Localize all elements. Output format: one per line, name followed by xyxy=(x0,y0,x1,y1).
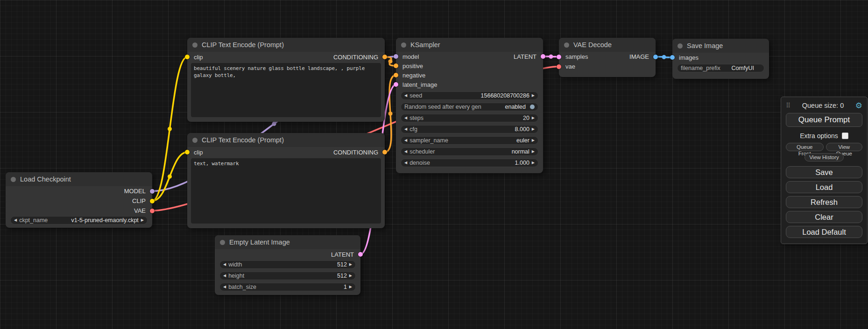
arrow-right-icon[interactable]: ▶ xyxy=(349,274,352,278)
collapse-dot[interactable] xyxy=(220,240,225,245)
output-slot-label: CONDITIONING xyxy=(333,54,378,61)
load-button[interactable]: Load xyxy=(786,181,862,193)
node-load-checkpoint[interactable]: Load Checkpoint MODEL CLIP VAE ◀ ckpt_na… xyxy=(6,172,152,228)
queue-front-button[interactable]: Queue Front xyxy=(786,143,824,151)
batch-size-widget[interactable]: ◀ batch_size 1 ▶ xyxy=(219,283,356,291)
view-queue-button[interactable]: View Queue xyxy=(826,143,863,151)
node-title-bar[interactable]: CLIP Text Encode (Prompt) xyxy=(187,133,385,147)
node-graph-canvas[interactable]: Load Checkpoint MODEL CLIP VAE ◀ ckpt_na… xyxy=(0,0,868,329)
output-slot-clip[interactable] xyxy=(150,199,155,203)
arrow-left-icon[interactable]: ◀ xyxy=(404,116,407,120)
input-slot-label: images xyxy=(679,54,699,61)
input-slot-label: vae xyxy=(565,63,575,70)
widget-label: batch_size xyxy=(228,284,256,290)
height-widget[interactable]: ◀ height 512 ▶ xyxy=(219,272,356,280)
ckpt-name-widget[interactable]: ◀ ckpt_name v1-5-pruned-emaonly.ckpt ▶ xyxy=(10,216,148,224)
queue-prompt-button[interactable]: Queue Prompt xyxy=(786,113,862,127)
node-clip-text-encode-positive[interactable]: CLIP Text Encode (Prompt) clip CONDITION… xyxy=(187,38,385,122)
output-slot-model[interactable] xyxy=(150,189,155,194)
widget-label: filename_prefix xyxy=(681,65,720,71)
arrow-right-icon[interactable]: ▶ xyxy=(532,139,535,142)
scheduler-widget[interactable]: ◀ scheduler normal ▶ xyxy=(401,147,538,156)
input-slot-images[interactable] xyxy=(670,55,675,60)
input-slot-clip[interactable] xyxy=(185,55,190,59)
steps-widget[interactable]: ◀ steps 20 ▶ xyxy=(401,114,538,122)
toggle-dot-icon[interactable] xyxy=(530,105,535,109)
arrow-right-icon[interactable]: ▶ xyxy=(532,116,535,120)
output-slot-latent[interactable] xyxy=(358,252,363,257)
arrow-right-icon[interactable]: ▶ xyxy=(532,127,535,131)
input-slot-vae[interactable] xyxy=(557,64,561,69)
random-seed-toggle-widget[interactable]: Random seed after every gen enabled xyxy=(401,103,538,111)
view-history-button[interactable]: View History xyxy=(804,153,844,161)
denoise-widget[interactable]: ◀ denoise 1.000 ▶ xyxy=(401,159,538,167)
arrow-right-icon[interactable]: ▶ xyxy=(141,218,144,222)
arrow-left-icon[interactable]: ◀ xyxy=(404,150,407,154)
clear-button[interactable]: Clear xyxy=(786,211,862,223)
arrow-right-icon[interactable]: ▶ xyxy=(532,150,535,154)
collapse-dot[interactable] xyxy=(677,43,683,49)
extra-options-checkbox[interactable] xyxy=(842,133,848,139)
arrow-left-icon[interactable]: ◀ xyxy=(14,218,17,222)
cfg-widget[interactable]: ◀ cfg 8.000 ▶ xyxy=(401,125,538,133)
widget-value: enabled xyxy=(505,104,526,110)
node-title-bar[interactable]: Save Image xyxy=(672,39,769,53)
node-title-bar[interactable]: VAE Decode xyxy=(559,38,656,52)
input-slot-clip[interactable] xyxy=(185,150,190,154)
prompt-textarea[interactable]: beautiful scenery nature glass bottle la… xyxy=(191,63,381,117)
queue-menu-panel: ⠿ Queue size: 0 ⚙ Queue Prompt Extra opt… xyxy=(781,97,868,244)
node-vae-decode[interactable]: VAE Decode samples IMAGE vae xyxy=(559,38,656,77)
load-default-button[interactable]: Load Default xyxy=(786,226,862,238)
arrow-right-icon[interactable]: ▶ xyxy=(349,285,352,289)
arrow-left-icon[interactable]: ◀ xyxy=(404,139,407,142)
collapse-dot[interactable] xyxy=(11,177,16,182)
arrow-left-icon[interactable]: ◀ xyxy=(404,94,407,98)
output-slot-label: VAE xyxy=(134,207,146,214)
widget-label: Random seed after every gen xyxy=(404,104,481,110)
node-title-bar[interactable]: Load Checkpoint xyxy=(6,172,152,186)
node-ksampler[interactable]: KSampler model LATENT positive negative … xyxy=(396,38,543,173)
seed-widget[interactable]: ◀ seed 156680208700286 ▶ xyxy=(401,91,538,100)
arrow-right-icon[interactable]: ▶ xyxy=(532,161,535,165)
output-slot-latent[interactable] xyxy=(541,54,545,59)
node-title-bar[interactable]: Empty Latent Image xyxy=(215,235,360,249)
slot-row: VAE xyxy=(6,206,152,216)
save-button[interactable]: Save xyxy=(786,166,862,178)
widget-value: 512 xyxy=(337,261,347,268)
output-slot-label: CLIP xyxy=(132,197,146,204)
collapse-dot[interactable] xyxy=(564,42,569,48)
collapse-dot[interactable] xyxy=(401,42,406,48)
input-slot-samples[interactable] xyxy=(557,55,561,59)
collapse-dot[interactable] xyxy=(192,138,198,143)
refresh-button[interactable]: Refresh xyxy=(786,196,862,208)
output-slot-vae[interactable] xyxy=(150,209,155,213)
arrow-left-icon[interactable]: ◀ xyxy=(223,285,226,289)
prompt-textarea[interactable]: text, watermark xyxy=(191,158,381,224)
input-slot-positive[interactable] xyxy=(394,63,398,68)
output-slot-image[interactable] xyxy=(653,55,658,59)
input-slot-model[interactable] xyxy=(394,54,398,59)
arrow-left-icon[interactable]: ◀ xyxy=(223,274,226,278)
widget-value: euler xyxy=(516,137,529,144)
arrow-right-icon[interactable]: ▶ xyxy=(349,263,352,266)
arrow-right-icon[interactable]: ▶ xyxy=(532,94,535,98)
input-slot-latent-image[interactable] xyxy=(394,82,398,87)
input-slot-negative[interactable] xyxy=(394,73,398,77)
node-clip-text-encode-negative[interactable]: CLIP Text Encode (Prompt) clip CONDITION… xyxy=(187,133,385,228)
widget-label: sampler_name xyxy=(409,137,448,144)
drag-handle-icon[interactable]: ⠿ xyxy=(786,102,790,109)
collapse-dot[interactable] xyxy=(192,42,198,48)
settings-gear-icon[interactable]: ⚙ xyxy=(855,101,862,111)
output-slot-conditioning[interactable] xyxy=(382,55,387,59)
node-empty-latent-image[interactable]: Empty Latent Image LATENT ◀ width 512 ▶ … xyxy=(215,235,360,295)
filename-prefix-widget[interactable]: filename_prefix ComfyUI xyxy=(677,64,764,72)
arrow-left-icon[interactable]: ◀ xyxy=(404,127,407,131)
node-title-bar[interactable]: CLIP Text Encode (Prompt) xyxy=(187,38,385,52)
node-save-image[interactable]: Save Image images filename_prefix ComfyU… xyxy=(672,39,769,79)
output-slot-conditioning[interactable] xyxy=(382,150,387,154)
arrow-left-icon[interactable]: ◀ xyxy=(223,263,226,266)
node-title-bar[interactable]: KSampler xyxy=(396,38,543,52)
arrow-left-icon[interactable]: ◀ xyxy=(404,161,407,165)
width-widget[interactable]: ◀ width 512 ▶ xyxy=(219,260,356,269)
sampler-name-widget[interactable]: ◀ sampler_name euler ▶ xyxy=(401,136,538,145)
